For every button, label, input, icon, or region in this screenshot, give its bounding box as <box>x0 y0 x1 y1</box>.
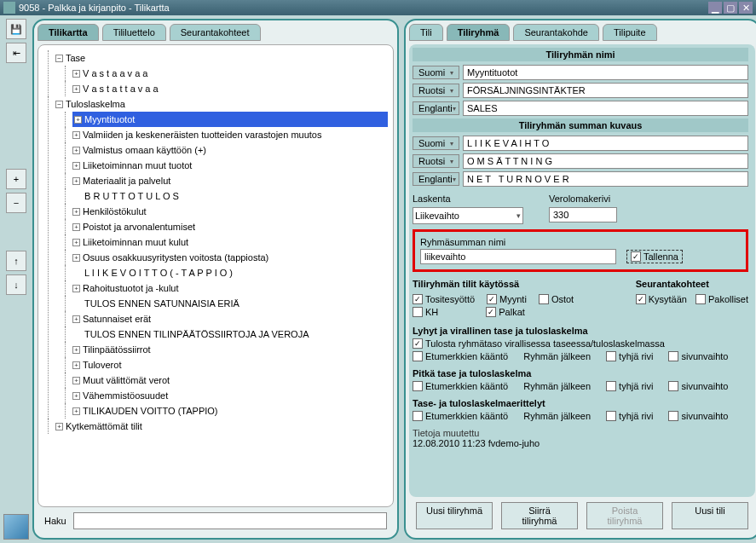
tree-item[interactable]: +Vähemmistöosuudet <box>72 388 388 403</box>
maximize-icon[interactable]: ▢ <box>724 2 737 14</box>
sum-fi[interactable] <box>463 136 748 151</box>
chk-g1a[interactable]: Tulosta ryhmätaso virallisessa taseessa/… <box>413 338 748 349</box>
minus-icon[interactable]: − <box>6 193 26 213</box>
tree-item[interactable]: +Rahoitustuotot ja -kulut <box>72 280 388 296</box>
up-icon[interactable]: ↑ <box>6 251 26 271</box>
tab-tililuettelo[interactable]: Tililuettelo <box>102 24 166 41</box>
left-tabs: Tilikartta Tililuettelo Seurantakohteet <box>38 24 394 41</box>
verolomake-input[interactable] <box>549 207 617 222</box>
poista-button[interactable]: Poista tiliryhmä <box>586 502 663 529</box>
lang-fi-2[interactable]: Suomi <box>413 136 459 150</box>
chk-kysytaan[interactable]: Kysytään <box>636 294 687 304</box>
chk-g2-etum[interactable]: Etumerkkien kääntö <box>413 381 508 391</box>
muutettu-label: Tietoja muutettu <box>413 428 748 438</box>
tree-item[interactable]: +Henkilöstökulut <box>72 204 388 219</box>
tallenna-checkbox[interactable] <box>631 251 641 262</box>
minimize-icon[interactable]: ▁ <box>708 2 722 14</box>
chk-kh[interactable]: KH <box>413 307 438 317</box>
sum-en[interactable] <box>463 171 748 187</box>
section-sum: Tiliryhmän summan kuvaus <box>413 118 748 132</box>
chk-pakolliset[interactable]: Pakolliset <box>695 294 748 304</box>
tree-item-label: Liiketoiminnan muut kulut <box>83 234 188 250</box>
sum-sv[interactable] <box>463 153 748 169</box>
ryhma-input[interactable] <box>420 249 616 264</box>
tab-tiliryhma[interactable]: Tiliryhmä <box>447 24 511 41</box>
logo-icon <box>3 514 29 540</box>
tree-vastattavaa[interactable]: +V a s t a t t a v a a <box>72 81 388 96</box>
search-input[interactable] <box>73 512 387 529</box>
tree-item[interactable]: +Tuloverot <box>72 357 388 373</box>
tree-item[interactable]: TULOS ENNEN SATUNNAISIA ERIÄ <box>72 296 388 311</box>
tab-tilikartta[interactable]: Tilikartta <box>38 24 99 41</box>
chk-tositesyotto[interactable]: Tositesyöttö <box>413 294 475 304</box>
tree-item[interactable]: +Poistot ja arvonalentumiset <box>72 219 388 234</box>
name-fi[interactable] <box>463 65 748 80</box>
lang-sv-1[interactable]: Ruotsi <box>413 84 459 97</box>
right-panel: Tili Tiliryhmä Seurantakohde Tilipuite T… <box>404 19 756 540</box>
tree-kytkemattomat[interactable]: +Kytkemättömät tilit <box>55 419 388 434</box>
tree-item[interactable]: +Tilinpäätössiirrot <box>72 342 388 357</box>
uusi-tiliryhma-button[interactable]: Uusi tiliryhmä <box>416 502 493 529</box>
tree-item[interactable]: +Valmistus omaan käyttöön (+) <box>72 142 388 158</box>
save-icon[interactable]: 💾 <box>6 19 26 39</box>
tree-container: −Tase +V a s t a a v a a +V a s t a t t … <box>38 44 394 507</box>
left-panel: Tilikartta Tililuettelo Seurantakohteet … <box>32 19 399 540</box>
chk-g2-tyhja[interactable]: tyhjä rivi <box>606 381 653 391</box>
uusi-tili-button[interactable]: Uusi tili <box>672 502 748 529</box>
chk-ostot[interactable]: Ostot <box>539 294 574 304</box>
chk-g1-sivun[interactable]: sivunvaihto <box>668 351 728 361</box>
back-icon[interactable]: ⇤ <box>6 43 26 63</box>
name-en[interactable] <box>463 101 748 116</box>
highlight-ryhmasumma: Ryhmäsumman nimi Tallenna <box>413 229 748 272</box>
tree-item[interactable]: +Liiketoiminnan muut tuotot <box>72 158 388 173</box>
g2-title: Pitkä tase ja tuloslaskelma <box>413 368 748 378</box>
tree-item[interactable]: TULOS ENNEN TILINPÄÄTÖSSIIRTOJA JA VEROJ… <box>72 326 388 342</box>
chk-g2-sivun[interactable]: sivunvaihto <box>668 381 728 391</box>
tree-item[interactable]: +Osuus osakkuusyritysten voitosta (tappi… <box>72 250 388 265</box>
tree-root-tase[interactable]: −Tase <box>55 50 388 66</box>
tree-item[interactable]: +Materiaalit ja palvelut <box>72 173 388 188</box>
lang-en-1[interactable]: Englanti <box>413 101 459 115</box>
chk-myynti[interactable]: Myynti <box>487 294 527 304</box>
tree-item-label: B R U T T O T U L O S <box>84 188 179 204</box>
tree-item[interactable]: B R U T T O T U L O S <box>72 188 388 204</box>
chk-g1-tyhja[interactable]: tyhjä rivi <box>606 351 653 361</box>
tab-tilipuite[interactable]: Tilipuite <box>603 24 657 41</box>
name-sv[interactable] <box>463 83 748 98</box>
tree-item[interactable]: +Myyntituotot <box>72 112 388 127</box>
g1-title: Lyhyt ja virallinen tase ja tuloslaskelm… <box>413 326 748 336</box>
chk-g3-etum[interactable]: Etumerkkien kääntö <box>413 411 508 421</box>
siirra-button[interactable]: Siirrä tiliryhmä <box>501 502 578 529</box>
tree-item[interactable]: +Satunnaiset erät <box>72 311 388 326</box>
tree-item[interactable]: L I I K E V O I T T O ( - T A P P I O ) <box>72 265 388 280</box>
tree-item-label: Tilinpäätössiirrot <box>83 342 151 357</box>
tree: −Tase +V a s t a a v a a +V a s t a t t … <box>43 50 388 434</box>
tree-item-label: TILIKAUDEN VOITTO (TAPPIO) <box>83 403 218 419</box>
tree-item[interactable]: +TILIKAUDEN VOITTO (TAPPIO) <box>72 403 388 419</box>
chk-g3-sivun[interactable]: sivunvaihto <box>668 411 728 421</box>
tree-vastaavaa[interactable]: +V a s t a a v a a <box>72 66 388 81</box>
tree-tuloslaskelma[interactable]: −Tuloslaskelma <box>55 96 388 112</box>
tallenna-button[interactable]: Tallenna <box>626 250 683 263</box>
g3-ryhman-label: Ryhmän jälkeen <box>523 411 591 421</box>
tree-item-label: Tuloverot <box>83 357 121 373</box>
plus-icon[interactable]: + <box>6 169 26 189</box>
g2-ryhman-label: Ryhmän jälkeen <box>523 381 591 391</box>
tab-seurantakohteet[interactable]: Seurantakohteet <box>170 24 261 41</box>
tree-item-label: Liiketoiminnan muut tuotot <box>83 158 192 173</box>
close-icon[interactable]: ✕ <box>739 2 753 14</box>
chk-g1-etum[interactable]: Etumerkkien kääntö <box>413 351 508 361</box>
lang-fi-1[interactable]: Suomi <box>413 66 459 79</box>
lang-en-2[interactable]: Englanti <box>413 172 459 186</box>
tree-item[interactable]: +Valmiiden ja keskeneräisten tuotteiden … <box>72 127 388 142</box>
down-icon[interactable]: ↓ <box>6 274 26 295</box>
chk-g3-tyhja[interactable]: tyhjä rivi <box>606 411 653 421</box>
tree-item[interactable]: +Liiketoiminnan muut kulut <box>72 234 388 250</box>
muutettu-value: 12.08.2010 11:23 fvdemo-juho <box>413 438 748 448</box>
tab-tili[interactable]: Tili <box>409 24 443 41</box>
tree-item[interactable]: +Muut välittömät verot <box>72 373 388 388</box>
laskenta-combo[interactable]: Liikevaihto <box>413 207 523 224</box>
tab-seurantakohde[interactable]: Seurantakohde <box>513 24 599 41</box>
chk-palkat[interactable]: Palkat <box>486 307 525 317</box>
lang-sv-2[interactable]: Ruotsi <box>413 154 459 168</box>
